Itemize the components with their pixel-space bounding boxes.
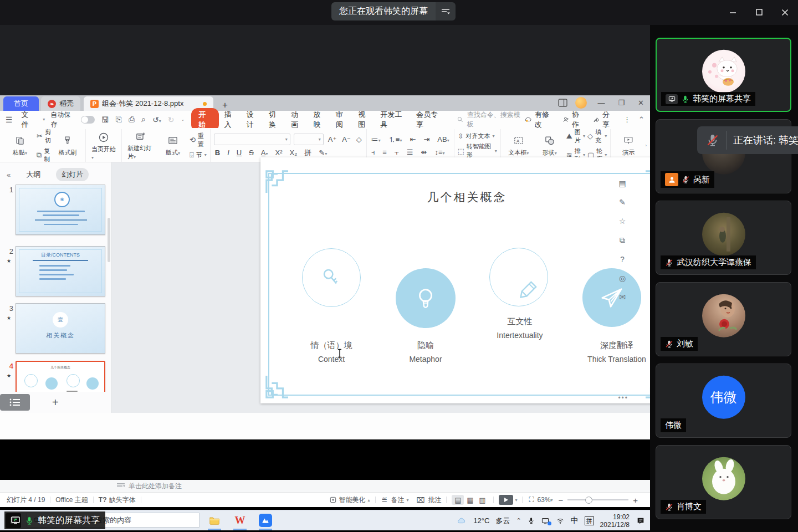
slideshow-play-button[interactable]: [499, 495, 513, 505]
concept-circle-context[interactable]: [302, 248, 361, 307]
align-text-button[interactable]: ⇳对齐文本▾: [458, 132, 497, 140]
account-avatar[interactable]: [575, 97, 587, 109]
notification-center-icon[interactable]: [636, 516, 646, 525]
notes-toggle-button[interactable]: ≝ 备注▾: [381, 495, 409, 505]
participant-tile[interactable]: 武汉纺织大学谭燕保: [656, 201, 791, 275]
participant-tile[interactable]: 肖博文: [656, 445, 791, 519]
tab-slides[interactable]: 幻灯片: [56, 168, 89, 181]
participant-tile-sharer[interactable]: 韩笑的屏幕共享: [656, 38, 791, 112]
copilot-icon[interactable]: ⧉: [620, 236, 625, 245]
wps-minimize-button[interactable]: —: [595, 99, 607, 107]
fit-slide-icon[interactable]: ⛶: [528, 495, 535, 504]
textbox-button[interactable]: A 文本框▾: [504, 134, 533, 158]
zoom-slider[interactable]: [567, 499, 628, 500]
present-button[interactable]: 演示: [614, 134, 643, 158]
screen-share-tray-icon[interactable]: [541, 517, 550, 525]
wps-restore-button[interactable]: ❐: [615, 99, 627, 107]
slide-thumbnail-2[interactable]: 2 ★ 目录/CONTENTS: [0, 246, 111, 296]
props-panel-icon[interactable]: ▤: [618, 179, 626, 188]
font-size-select[interactable]: ▾: [294, 134, 324, 145]
command-search[interactable]: 查找命令、搜索模板: [457, 110, 524, 129]
export-icon[interactable]: ⎘: [116, 115, 122, 124]
reading-view-button[interactable]: ▥: [476, 495, 488, 505]
tray-mic-icon[interactable]: [528, 516, 535, 525]
locate-icon[interactable]: ◎: [619, 274, 626, 283]
thumbnail-view-button[interactable]: [0, 394, 30, 411]
ribbon-expand-icon[interactable]: ›: [645, 143, 647, 148]
missing-font-label[interactable]: 缺失字体: [109, 495, 136, 505]
share-button[interactable]: 分享: [593, 110, 616, 130]
help-icon[interactable]: ?: [620, 255, 625, 264]
notes-bar[interactable]: 单击此处添加备注: [0, 480, 650, 492]
cut-button[interactable]: ✂剪切: [37, 128, 51, 145]
file-explorer-icon[interactable]: [206, 513, 223, 528]
concept-label-en[interactable]: Context: [282, 355, 381, 364]
comment-panel-icon[interactable]: ✉: [619, 293, 626, 301]
slide-title[interactable]: 几个相关概念: [260, 190, 673, 205]
indent-button[interactable]: ⇥: [422, 135, 431, 144]
print-icon[interactable]: ⎙: [129, 115, 135, 124]
zoom-value[interactable]: 63%: [538, 496, 551, 504]
panel-scrollbar[interactable]: [108, 218, 110, 262]
tray-expand-icon[interactable]: ⌃: [516, 517, 521, 524]
participant-tile[interactable]: 刘敏: [656, 282, 791, 356]
to-smartart-button[interactable]: ⬚转智能图形▾: [458, 142, 497, 159]
object-layer-icon[interactable]: ✎: [619, 198, 626, 207]
new-slide-button[interactable]: 新建幻灯片▾: [125, 129, 156, 162]
font-color-button[interactable]: A̲▾: [260, 149, 269, 157]
sorter-view-button[interactable]: ▦: [464, 495, 476, 505]
subscript-button[interactable]: X₂: [289, 149, 299, 157]
reset-button[interactable]: ⟲重置: [190, 132, 207, 149]
concept-circle-intertextuality[interactable]: [489, 248, 548, 306]
text-direction-button[interactable]: AB▾: [436, 135, 450, 144]
picture-button[interactable]: ⛰图片▾: [566, 128, 585, 145]
align-center-button[interactable]: ≡: [381, 148, 388, 156]
concept-label-zh[interactable]: 情（语）境: [282, 340, 381, 351]
superscript-button[interactable]: X²: [274, 149, 284, 157]
current-slide[interactable]: 几个相关概念 情（语）境 Context 隐喻 Metaphor: [260, 157, 673, 403]
play-options-icon[interactable]: ▾: [515, 498, 517, 503]
view-options-button[interactable]: [436, 2, 456, 21]
paste-button[interactable]: 粘贴▾: [6, 134, 34, 158]
close-button[interactable]: [774, 4, 796, 20]
concept-circle-metaphor[interactable]: [396, 268, 456, 328]
beautify-button[interactable]: 智能美化 ▴: [329, 495, 370, 505]
concept-label-en[interactable]: Intertextuality: [470, 331, 570, 340]
decrease-font-icon[interactable]: A⁻: [341, 135, 352, 144]
fill-button[interactable]: ◇填充▾: [587, 128, 607, 145]
distribute-button[interactable]: ⇹: [420, 148, 428, 156]
concept-label-zh[interactable]: 隐喻: [376, 340, 475, 351]
line-spacing-button[interactable]: ↕≡▾: [433, 148, 446, 156]
concept-label-en[interactable]: Metaphor: [376, 355, 475, 364]
collapse-panel-icon[interactable]: «: [7, 171, 11, 179]
split-view-icon[interactable]: [558, 99, 567, 107]
slide-thumbnail-3[interactable]: 3 ★ 壹 相关概念: [0, 303, 111, 354]
slide-thumbnail-1[interactable]: 1 ❀: [0, 185, 111, 235]
bold-button[interactable]: B: [214, 149, 221, 157]
zoom-slider-knob[interactable]: [585, 497, 592, 504]
redo-icon[interactable]: ↻: [168, 115, 175, 124]
increase-font-icon[interactable]: A⁺: [327, 135, 338, 144]
pinyin-button[interactable]: 拼: [303, 148, 313, 158]
clear-format-icon[interactable]: ◇: [355, 135, 363, 144]
strip-more-icon[interactable]: •••: [618, 394, 628, 402]
numbering-button[interactable]: ⒈≡▾: [387, 135, 403, 145]
align-right-button[interactable]: ⫟: [393, 148, 400, 157]
tab-outline[interactable]: 大纲: [21, 168, 46, 181]
section-button[interactable]: ⌺节▾: [190, 151, 207, 160]
preview-icon[interactable]: ⌕: [141, 115, 146, 124]
zoom-out-button[interactable]: −: [559, 495, 564, 505]
weather-text[interactable]: 多云: [495, 516, 510, 526]
more-menu-icon[interactable]: ⋮: [623, 115, 631, 124]
layout-button[interactable]: 版式▾: [158, 134, 187, 158]
normal-view-button[interactable]: ▤: [452, 495, 464, 505]
font-family-select[interactable]: ▾: [214, 134, 290, 145]
shape-button[interactable]: 形状▾: [535, 134, 564, 158]
play-from-page-button[interactable]: 当页开始▾: [89, 130, 118, 161]
favorites-icon[interactable]: ☆: [619, 217, 626, 226]
underline-button[interactable]: U: [236, 149, 243, 157]
strikethrough-button[interactable]: S: [248, 149, 255, 157]
taskbar-clock[interactable]: 19:02 2021/12/8: [600, 513, 630, 529]
quickbar-collapse-icon[interactable]: ⌄: [181, 117, 185, 122]
sync-status[interactable]: 有修改: [524, 110, 555, 130]
